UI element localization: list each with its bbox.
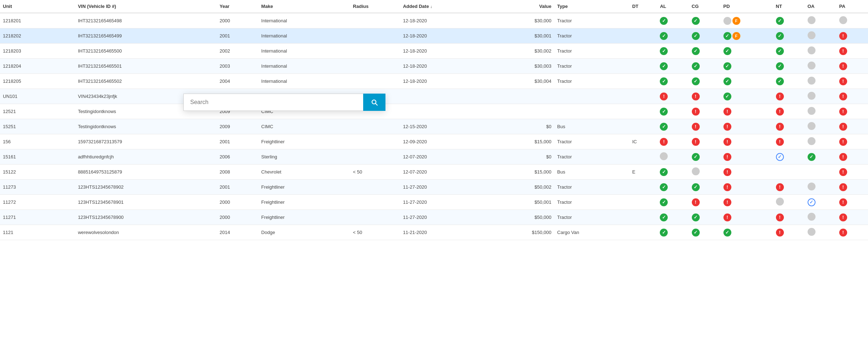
cell-added: 11-21-2020: [400, 225, 492, 240]
col-header-radius[interactable]: Radius: [350, 0, 400, 13]
col-header-al[interactable]: AL: [657, 0, 689, 13]
col-header-oa[interactable]: OA: [805, 0, 836, 13]
cell-make: International: [259, 44, 350, 59]
cell-pd: !: [721, 119, 773, 134]
cell-added: 12-18-2020: [400, 28, 492, 44]
table-row[interactable]: 1121werewolvesolondon2014Dodge< 5011-21-…: [0, 225, 868, 240]
table-row[interactable]: 15161adfhhtiuredgnfcjh2006Sterling12-07-…: [0, 149, 868, 165]
table-row[interactable]: 15122888516497531258792008Chevrolet< 501…: [0, 165, 868, 180]
status-icon-gray: [723, 17, 731, 25]
cell-al: !: [657, 89, 689, 104]
status-icon-green: ✓: [692, 17, 700, 25]
cell-added: 11-27-2020: [400, 195, 492, 210]
status-icon-gray: [808, 16, 816, 24]
table-row[interactable]: 11273123HTS123456789022001Freightliner11…: [0, 180, 868, 195]
sort-arrow: ↓: [430, 4, 433, 9]
status-icon-green: ✓: [776, 32, 784, 40]
cell-year: 2008: [217, 165, 259, 180]
cell-dt: [629, 28, 657, 44]
status-icon-red: !: [723, 183, 731, 191]
col-header-make[interactable]: Make: [259, 0, 350, 13]
cell-oa: [805, 225, 836, 240]
col-header-type[interactable]: Type: [554, 0, 630, 13]
cell-nt: ✓: [773, 59, 805, 74]
table-row[interactable]: 1218201IHT321321654654982000Internationa…: [0, 13, 868, 28]
col-header-pd[interactable]: PD: [721, 0, 773, 13]
table-row[interactable]: 12521Testingidontknows2009CIMC✓!!!!: [0, 104, 868, 119]
status-icon-red: !: [723, 198, 731, 206]
cell-type: Tractor: [554, 195, 630, 210]
cell-added: [400, 104, 492, 119]
status-icon-green: ✓: [660, 213, 668, 221]
cell-pa: !: [836, 119, 868, 134]
cell-cg: [689, 165, 721, 180]
cell-vin: adfhhtiuredgnfcjh: [75, 149, 217, 165]
cell-pd: ✓: [721, 225, 773, 240]
cell-type: Tractor: [554, 74, 630, 89]
cell-added: 12-09-2020: [400, 134, 492, 149]
cell-radius: [350, 180, 400, 195]
cell-cg: ✓: [689, 28, 721, 44]
status-icon-red: !: [723, 138, 731, 146]
table-row[interactable]: 1218203IHT321321654655002002Internationa…: [0, 44, 868, 59]
status-icon-red: !: [776, 123, 784, 131]
status-icon-red: !: [692, 123, 700, 131]
cell-added: 12-18-2020: [400, 74, 492, 89]
status-icon-gray: [839, 16, 847, 24]
status-icon-green: ✓: [660, 17, 668, 25]
status-icon-blue-outline: ✓: [776, 153, 784, 161]
table-row[interactable]: 156159732168723135792001Freightliner12-0…: [0, 134, 868, 149]
table-row[interactable]: 15251Testingidontknows2009CIMC12-15-2020…: [0, 119, 868, 134]
search-input[interactable]: [183, 94, 363, 111]
col-header-added[interactable]: Added Date ↓: [400, 0, 492, 13]
status-icon-green: ✓: [776, 47, 784, 55]
table-row[interactable]: 1218205IHT321321654655022004Internationa…: [0, 74, 868, 89]
col-header-cg[interactable]: CG: [689, 0, 721, 13]
col-header-unit[interactable]: Unit: [0, 0, 75, 13]
table-row[interactable]: 1218202IHT321321654654992001Internationa…: [0, 28, 868, 44]
col-header-nt[interactable]: NT: [773, 0, 805, 13]
search-button[interactable]: [363, 94, 385, 111]
cell-year: 2002: [217, 44, 259, 59]
cell-type: Bus: [554, 119, 630, 134]
table-row[interactable]: 11272123HTS123456789012000Freightliner11…: [0, 195, 868, 210]
cell-type: Tractor: [554, 149, 630, 165]
col-header-value[interactable]: Value: [492, 0, 554, 13]
cell-oa: [805, 74, 836, 89]
col-header-vin[interactable]: VIN (Vehicle ID #): [75, 0, 217, 13]
cell-pd: !: [721, 104, 773, 119]
cell-cg: !: [689, 134, 721, 149]
status-icon-gray: [808, 183, 816, 190]
cell-vin: 88851649753125879: [75, 165, 217, 180]
status-icon-red: !: [839, 108, 847, 116]
status-icon-green: ✓: [723, 62, 731, 70]
table-row[interactable]: 11271123HTS123456789002000Freightliner11…: [0, 210, 868, 225]
status-icon-red: !: [660, 138, 668, 146]
cell-unit: 1218203: [0, 44, 75, 59]
status-icon-red: !: [839, 138, 847, 146]
table-row[interactable]: UN101VIN423434k23jnfjk2021Accessory!!✓!!: [0, 89, 868, 104]
cell-pa: !: [836, 210, 868, 225]
cell-year: 2014: [217, 225, 259, 240]
status-icon-green: ✓: [692, 32, 700, 40]
cell-make: Freightliner: [259, 195, 350, 210]
status-icon-red: !: [839, 198, 847, 206]
cell-make: Dodge: [259, 225, 350, 240]
status-icon-green: ✓: [692, 77, 700, 85]
vehicles-table: Unit VIN (Vehicle ID #) Year Make Radius…: [0, 0, 868, 240]
cell-year: 2003: [217, 59, 259, 74]
cell-al: ✓: [657, 59, 689, 74]
cell-vin: IHT32132165465502: [75, 74, 217, 89]
status-icon-red: !: [839, 62, 847, 70]
cell-oa: [805, 119, 836, 134]
col-header-pa[interactable]: PA: [836, 0, 868, 13]
cell-unit: 156: [0, 134, 75, 149]
cell-value: $50,002: [492, 180, 554, 195]
cell-cg: ✓: [689, 210, 721, 225]
cell-value: [492, 89, 554, 104]
cell-type: [554, 89, 630, 104]
cell-year: 2001: [217, 134, 259, 149]
table-row[interactable]: 1218204IHT321321654655012003Internationa…: [0, 59, 868, 74]
col-header-year[interactable]: Year: [217, 0, 259, 13]
col-header-dt[interactable]: DT: [629, 0, 657, 13]
